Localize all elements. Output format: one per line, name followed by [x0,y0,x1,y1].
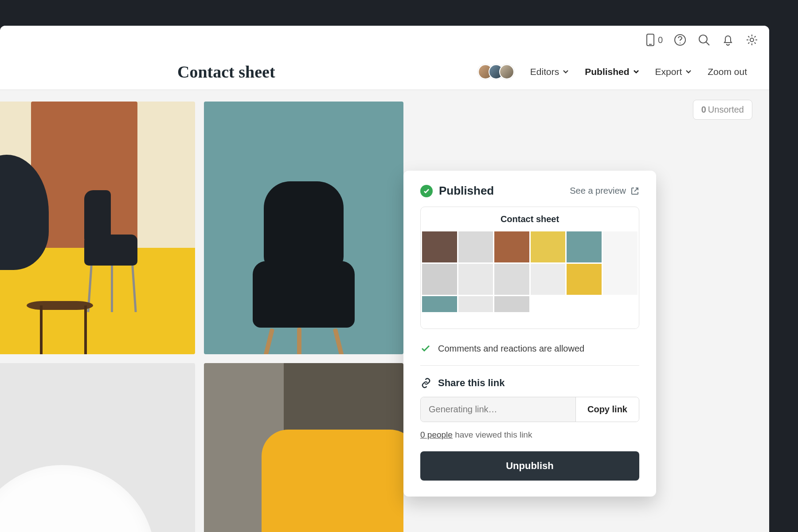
mini-card-title: Contact sheet [421,207,639,231]
search-icon [697,33,711,47]
viewers-link[interactable]: 0 people [420,430,453,439]
phone-icon [645,33,655,47]
zoom-out-button[interactable]: Zoom out [708,66,747,77]
published-dropdown[interactable]: Published [585,66,639,77]
svg-line-5 [706,42,709,45]
publish-popover: Published See a preview Contact sheet [403,171,656,497]
image-thumbnail[interactable] [0,102,195,354]
page-toolbar: Editors Published Export Zoom out [478,64,747,79]
popover-heading: Published [420,184,494,198]
image-thumbnail[interactable] [204,363,403,532]
check-circle-icon [420,185,433,197]
utility-bar: 0 [0,26,769,54]
copy-link-button[interactable]: Copy link [575,397,639,422]
mini-thumbnail-grid [421,231,639,329]
export-dropdown[interactable]: Export [655,66,692,77]
mobile-count: 0 [658,35,663,45]
mobile-preview-button[interactable]: 0 [645,33,663,47]
preview-mini-card[interactable]: Contact sheet [420,207,639,329]
gear-icon [745,33,759,47]
editors-dropdown[interactable]: Editors [530,66,569,77]
page-title: Contact sheet [177,62,275,82]
thumbnail-grid [0,102,403,532]
link-icon [420,377,432,389]
permissions-note: Comments and reactions are allowed [420,340,639,366]
page-header: Contact sheet Editors Published Export Z… [0,54,769,90]
image-thumbnail[interactable] [204,102,403,354]
help-icon [673,33,687,47]
search-button[interactable] [697,33,711,47]
viewers-line: 0 people have viewed this link [420,430,639,440]
help-button[interactable] [673,33,687,47]
chevron-down-icon [633,70,639,74]
external-link-icon [630,187,639,196]
collaborator-avatars[interactable] [478,64,514,79]
see-preview-link[interactable]: See a preview [570,186,639,196]
svg-point-3 [680,43,681,43]
avatar [499,64,514,79]
bell-icon [721,33,735,47]
unsorted-card[interactable]: 0Unsorted [693,100,752,120]
chevron-down-icon [563,70,569,74]
app-window: 0 Contact sheet [0,26,769,532]
mini-sidebar [603,231,638,295]
share-section-heading: Share this link [420,377,639,389]
check-icon [420,343,431,354]
svg-point-4 [699,35,707,43]
unpublish-button[interactable]: Unpublish [420,451,639,481]
share-link-field[interactable]: Generating link… [421,397,575,422]
unsorted-label: Unsorted [708,105,744,114]
unsorted-count: 0 [701,105,706,114]
chevron-down-icon [685,70,692,74]
image-thumbnail[interactable] [0,363,195,532]
canvas[interactable]: 0Unsorted Published See a preview [0,90,769,532]
notifications-button[interactable] [721,33,735,47]
settings-button[interactable] [745,33,759,47]
svg-point-6 [750,38,754,42]
share-link-row: Generating link… Copy link [420,397,639,422]
